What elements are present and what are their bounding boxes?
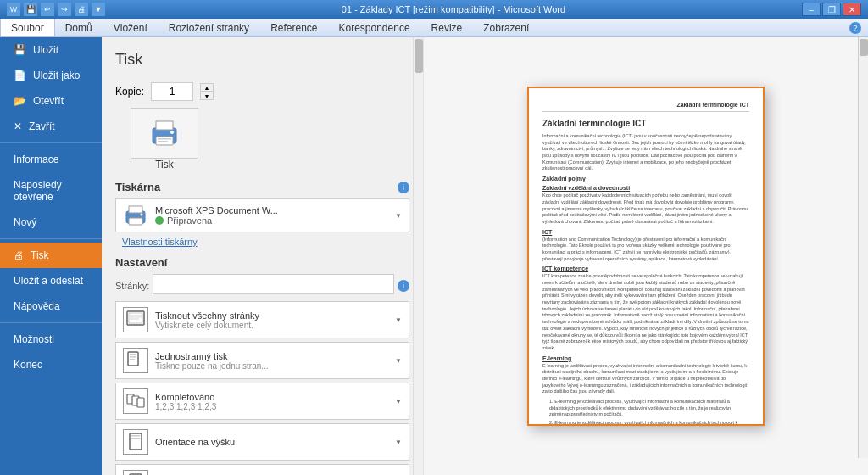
backstage-sidebar: 💾 Uložit 📄 Uložit jako 📂 Otevřít ✕ Zavří… — [0, 37, 102, 475]
copies-input[interactable] — [151, 82, 193, 101]
printer-dropdown-arrow: ▼ — [395, 212, 402, 220]
print-sidebar-icon: 🖨 — [14, 249, 24, 261]
svg-rect-21 — [137, 398, 144, 407]
sidebar-item-exit[interactable]: Konec — [0, 352, 102, 377]
svg-rect-16 — [130, 354, 136, 355]
doc-para3: (Information and Communication Technolog… — [542, 237, 749, 263]
ribbon: Soubor Domů Vložení Rozložení stránky Re… — [0, 19, 868, 37]
tab-page-layout[interactable]: Rozložení stránky — [159, 19, 260, 36]
printer-properties-row: Vlastnosti tiskárny — [115, 236, 409, 248]
paper-size-icon — [123, 470, 148, 475]
pages-info-icon[interactable]: i — [398, 280, 409, 292]
close-button[interactable]: ✕ — [843, 3, 861, 16]
doc-para4: ICT kompetence znalce pravděpodobnosti n… — [542, 273, 749, 351]
copies-row: Kopie: ▲ ▼ — [115, 82, 214, 101]
print-button-area: Tisk Kopie: ▲ ▼ — [115, 51, 214, 170]
setting-paper-size[interactable]: A4 21 cm × 29,7 cm ▼ — [115, 464, 409, 475]
sidebar-item-close[interactable]: ✕ Zavřít — [0, 114, 102, 139]
printer-status: Připravena — [167, 215, 212, 226]
tab-file[interactable]: Soubor — [0, 19, 55, 36]
printer-section-title: Tiskárna — [115, 181, 160, 193]
pages-label: Stránky: — [115, 281, 149, 291]
tab-mailings[interactable]: Korespondence — [329, 19, 421, 36]
sidebar-item-new[interactable]: Nový — [0, 210, 102, 235]
doc-list-2: 2. E-learning je vzdělávací process, vyu… — [542, 420, 749, 426]
customize-icon[interactable]: ▼ — [92, 3, 105, 16]
doc-para5: E-learning je vzdělávací proces, využíva… — [542, 363, 749, 395]
orientation-text: Orientace na výšku — [155, 437, 388, 447]
doc-subtitle3: ICT — [542, 229, 749, 235]
collated-icon — [123, 388, 148, 414]
tab-home[interactable]: Domů — [55, 19, 103, 36]
open-icon: 📂 — [14, 95, 26, 107]
print-section-title: Tisk — [115, 51, 214, 69]
setting-dropdown-arrow-2: ▼ — [395, 398, 402, 405]
svg-point-9 — [141, 214, 143, 216]
print-settings-panel: Tisk Kopie: ▲ ▼ — [102, 37, 424, 475]
spinner-up[interactable]: ▲ — [200, 83, 214, 92]
sidebar-item-options[interactable]: Možnosti — [0, 327, 102, 352]
undo-icon[interactable]: ↩ — [41, 3, 54, 16]
print-button[interactable] — [131, 108, 198, 159]
setting-orientation[interactable]: Orientace na výšku ▼ — [115, 423, 409, 461]
svg-rect-17 — [130, 356, 136, 358]
tab-view[interactable]: Zobrazení — [473, 19, 540, 36]
spinner-down[interactable]: ▼ — [200, 92, 214, 100]
word-icon: W — [7, 3, 20, 16]
printer-device-icon — [123, 203, 148, 228]
sidebar-item-recent[interactable]: Naposledy otevřené — [0, 172, 102, 210]
svg-rect-8 — [129, 218, 142, 225]
sidebar-item-help[interactable]: Nápověda — [0, 293, 102, 319]
sidebar-item-open[interactable]: 📂 Otevřít — [0, 88, 102, 114]
setting-dropdown-arrow-3: ▼ — [395, 439, 402, 446]
pages-row: Stránky: i — [115, 274, 409, 298]
printer-selector[interactable]: Microsoft XPS Document W... Připravena ▼ — [115, 198, 409, 232]
tab-references[interactable]: Reference — [260, 19, 328, 36]
printer-info-icon[interactable]: i — [398, 182, 409, 193]
tab-review[interactable]: Revize — [421, 19, 474, 36]
save-icon: 💾 — [14, 44, 26, 56]
close-doc-icon: ✕ — [14, 120, 22, 132]
quick-access-toolbar: W 💾 ↩ ↪ 🖨 ▼ — [7, 3, 105, 16]
redo-icon[interactable]: ↪ — [58, 3, 71, 16]
sidebar-item-save-send[interactable]: Uložit a odeslat — [0, 268, 102, 293]
document-preview: Základní terminologie ICT Základní termi… — [527, 87, 765, 426]
preview-scrollbar-thumb — [860, 39, 868, 56]
setting-collated[interactable]: Kompletováno 1,2,3 1,2,3 1,2,3 ▼ — [115, 383, 409, 420]
main-layout: 💾 Uložit 📄 Uložit jako 📂 Otevřít ✕ Zavří… — [0, 37, 868, 475]
sidebar-item-print[interactable]: 🖨 Tisk — [0, 243, 102, 268]
print-header: Tisk Kopie: ▲ ▼ — [115, 51, 409, 170]
minimize-button[interactable]: – — [802, 3, 821, 16]
tab-insert[interactable]: Vložení — [103, 19, 159, 36]
sidebar-item-save-as[interactable]: 📄 Uložit jako — [0, 63, 102, 88]
window-title: 01 - Základy ICT [režim kompatibility] -… — [105, 4, 802, 14]
printer-status-row: Připravena — [155, 215, 388, 226]
svg-rect-23 — [131, 435, 140, 437]
settings-section-title: Nastavení — [115, 256, 167, 269]
print-quick-icon[interactable]: 🖨 — [75, 3, 88, 16]
setting-one-sided[interactable]: Jednostranný tisk Tiskne pouze na jednu … — [115, 342, 409, 379]
pages-input[interactable] — [153, 274, 394, 294]
sidebar-item-info[interactable]: Informace — [0, 147, 102, 172]
scrollbar-thumb — [415, 39, 423, 73]
setting-dropdown-arrow-0: ▼ — [395, 316, 402, 324]
print-all-text: Tisknout všechny stránky Vytisknete celý… — [155, 310, 388, 330]
sidebar-item-save[interactable]: 💾 Uložit — [0, 37, 102, 63]
svg-rect-3 — [158, 138, 171, 140]
document-preview-panel: Základní terminologie ICT Základní termi… — [424, 37, 868, 475]
maximize-button[interactable]: ❐ — [822, 3, 841, 16]
left-panel-scrollbar[interactable] — [413, 37, 423, 475]
collated-text: Kompletováno 1,2,3 1,2,3 1,2,3 — [155, 392, 388, 411]
backstage-content: Tisk Kopie: ▲ ▼ — [102, 37, 868, 475]
doc-subtitle4: ICT kompetence — [542, 265, 749, 271]
svg-rect-1 — [156, 121, 173, 130]
setting-print-all[interactable]: Tisknout všechny stránky Vytisknete celý… — [115, 301, 409, 338]
save-quick-icon[interactable]: 💾 — [24, 3, 37, 16]
one-sided-text: Jednostranný tisk Tiskne pouze na jednu … — [155, 351, 388, 371]
one-sided-icon — [123, 348, 148, 373]
preview-right-scrollbar[interactable] — [858, 37, 868, 458]
save-as-icon: 📄 — [14, 70, 26, 81]
printer-properties-link[interactable]: Vlastnosti tiskárny — [122, 237, 198, 247]
doc-para2: Kdo chce počítač používat v každodenních… — [542, 193, 749, 225]
help-ribbon-icon[interactable]: ? — [849, 22, 861, 34]
